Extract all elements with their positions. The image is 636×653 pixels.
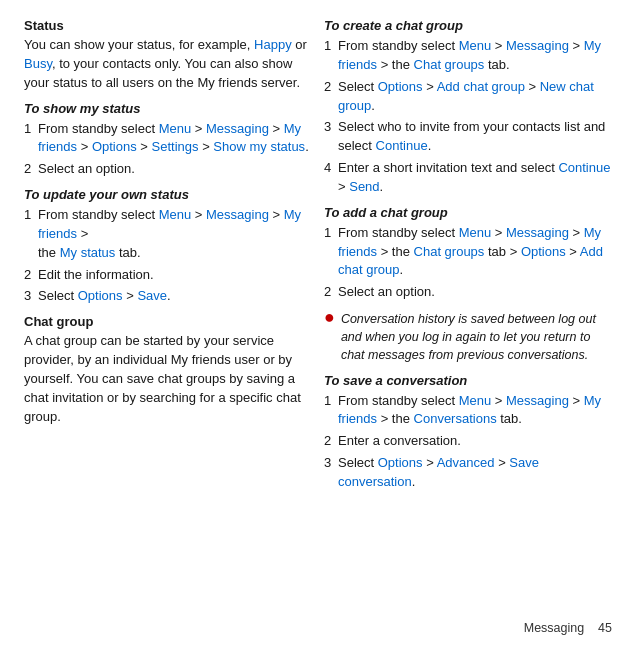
create-step3: 3 Select who to invite from your contact…: [324, 118, 612, 156]
s1-messaging: Messaging: [206, 121, 269, 136]
create-step2-text: Select Options > Add chat group > New ch…: [338, 78, 612, 116]
create-step3-text: Select who to invite from your contacts …: [338, 118, 612, 156]
create-step1-text: From standby select Menu > Messaging > M…: [338, 37, 612, 75]
chatgroup-title: Chat group: [24, 314, 314, 329]
s1-gt4: >: [137, 139, 148, 154]
show-step2: 2 Select an option.: [24, 160, 314, 179]
right-column: To create a chat group 1 From standby se…: [324, 18, 612, 617]
show-step2-num: 2: [24, 160, 38, 179]
c4-dot: .: [380, 179, 384, 194]
status-busy: Busy: [24, 56, 52, 71]
u3-gt: >: [123, 288, 134, 303]
add-step2: 2 Select an option.: [324, 283, 612, 302]
u1-pre: From standby select: [38, 207, 159, 222]
a1-options: Options: [521, 244, 566, 259]
add-step1-text: From standby select Menu > Messaging > M…: [338, 224, 612, 281]
sv1-gt2: >: [569, 393, 580, 408]
status-or: or: [292, 37, 307, 52]
sv1-pre: From standby select: [338, 393, 459, 408]
c1-chat: Chat groups: [414, 57, 485, 72]
status-body-pre: You can show your status, for example,: [24, 37, 254, 52]
add-heading: To add a chat group: [324, 205, 612, 220]
update-step1-text: From standby select Menu > Messaging > M…: [38, 206, 314, 263]
save-step1: 1 From standby select Menu > Messaging >…: [324, 392, 612, 430]
a1-pre: From standby select: [338, 225, 459, 240]
c1-gt3: > the: [377, 57, 414, 72]
s1-show: Show my status: [213, 139, 305, 154]
page: Status You can show your status, for exa…: [0, 0, 636, 653]
show-step1-num: 1: [24, 120, 38, 139]
a1-tab: tab >: [488, 244, 517, 259]
show-step1: 1 From standby select Menu > Messaging >…: [24, 120, 314, 158]
create-step2: 2 Select Options > Add chat group > New …: [324, 78, 612, 116]
c1-pre: From standby select: [338, 38, 459, 53]
sv3-advanced: Advanced: [437, 455, 495, 470]
status-happy: Happy: [254, 37, 292, 52]
sv1-messaging: Messaging: [506, 393, 569, 408]
c1-menu: Menu: [459, 38, 492, 53]
sv1-gt1: >: [491, 393, 502, 408]
sv1-conversations: Conversations: [414, 411, 497, 426]
s1-dot: .: [305, 139, 309, 154]
s1-gt5: >: [199, 139, 210, 154]
a1-gt1: >: [491, 225, 502, 240]
c1-gt2: >: [569, 38, 580, 53]
footer-label: Messaging: [524, 621, 584, 635]
show-step1-text: From standby select Menu > Messaging > M…: [38, 120, 314, 158]
save-step2: 2 Enter a conversation.: [324, 432, 612, 451]
update-step1: 1 From standby select Menu > Messaging >…: [24, 206, 314, 263]
note-text: Conversation history is saved between lo…: [341, 310, 612, 364]
create-step3-num: 3: [324, 118, 338, 137]
a1-gt3: > the: [377, 244, 414, 259]
create-step2-num: 2: [324, 78, 338, 97]
save-step3: 3 Select Options > Advanced > Save conve…: [324, 454, 612, 492]
c4-continue: Continue: [558, 160, 610, 175]
sv1-gt3: > the: [377, 411, 414, 426]
add-step2-text: Select an option.: [338, 283, 612, 302]
c2-addchat: Add chat group: [437, 79, 525, 94]
u1-tab: tab.: [115, 245, 140, 260]
s1-menu: Menu: [159, 121, 192, 136]
s1-gt2: >: [269, 121, 280, 136]
c1-gt1: >: [491, 38, 502, 53]
create-step1-num: 1: [324, 37, 338, 56]
c2-dot: .: [371, 98, 375, 113]
sv3-pre: Select: [338, 455, 378, 470]
a1-messaging: Messaging: [506, 225, 569, 240]
note-box: ● Conversation history is saved between …: [324, 310, 612, 364]
s1-options: Options: [92, 139, 137, 154]
u3-dot: .: [167, 288, 171, 303]
footer: Messaging 45: [24, 621, 612, 635]
s1-gt1: >: [191, 121, 202, 136]
save-step2-num: 2: [324, 432, 338, 451]
left-column: Status You can show your status, for exa…: [24, 18, 314, 617]
update-step3: 3 Select Options > Save.: [24, 287, 314, 306]
u1-the: the: [38, 245, 60, 260]
sv3-dot: .: [412, 474, 416, 489]
c2-gt2: >: [525, 79, 536, 94]
save-step2-text: Enter a conversation.: [338, 432, 612, 451]
c4-send: Send: [349, 179, 379, 194]
update-status-heading: To update your own status: [24, 187, 314, 202]
c2-gt: >: [423, 79, 434, 94]
a1-gt2: >: [569, 225, 580, 240]
update-step2-num: 2: [24, 266, 38, 285]
status-body2: , to your contacts only. You can also sh…: [24, 56, 300, 90]
sv1-menu: Menu: [459, 393, 492, 408]
u1-gt2: >: [269, 207, 280, 222]
create-step4-num: 4: [324, 159, 338, 178]
show-status-heading: To show my status: [24, 101, 314, 116]
create-step4: 4 Enter a short invitation text and sele…: [324, 159, 612, 197]
u3-pre: Select: [38, 288, 78, 303]
sv3-options: Options: [378, 455, 423, 470]
footer-page: 45: [598, 621, 612, 635]
footer-text: Messaging 45: [524, 621, 612, 635]
show-step2-text: Select an option.: [38, 160, 314, 179]
note-icon: ●: [324, 308, 335, 326]
save-step1-text: From standby select Menu > Messaging > M…: [338, 392, 612, 430]
sv3-gt1: >: [423, 455, 434, 470]
add-step1-num: 1: [324, 224, 338, 243]
u1-menu: Menu: [159, 207, 192, 222]
save-step3-text: Select Options > Advanced > Save convers…: [338, 454, 612, 492]
chatgroup-body: A chat group can be started by your serv…: [24, 332, 314, 426]
